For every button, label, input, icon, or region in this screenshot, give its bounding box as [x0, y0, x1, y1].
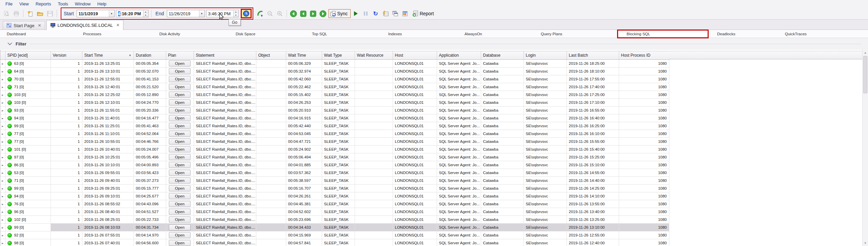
filter-panel-label[interactable]: Filter [16, 41, 26, 46]
row-expander-icon[interactable]: ▸ [2, 187, 3, 190]
open-plan-button[interactable]: Open [169, 201, 191, 207]
row-expander-icon[interactable]: ▸ [2, 148, 3, 151]
row-expander-icon[interactable]: ▸ [2, 179, 3, 183]
nav-alwayson[interactable]: AlwaysOn [465, 32, 541, 36]
table-row[interactable]: ▸77 [0]12019-11-26 10:55:0100:04:46.766O… [0, 138, 669, 146]
open-plan-button[interactable]: Open [169, 240, 191, 246]
table-row[interactable]: ▸99 [0]12019-11-26 09:25:0100:05:15.777O… [0, 185, 669, 192]
row-expander-icon[interactable]: ▸ [2, 116, 3, 120]
header-plan[interactable]: Plan [166, 51, 194, 60]
header-host-process-id[interactable]: Host Process ID [619, 51, 669, 60]
header-wait-resource[interactable]: Wait Resource [355, 51, 393, 60]
chevron-down-icon[interactable] [7, 42, 12, 45]
row-expander-icon[interactable]: ▸ [2, 171, 3, 175]
menu-view[interactable]: View [16, 0, 32, 8]
open-plan-button[interactable]: Open [169, 193, 191, 199]
calendar-jump-button[interactable] [401, 9, 410, 18]
open-plan-button[interactable]: Open [169, 84, 191, 90]
header-last-batch[interactable]: Last Batch [567, 51, 619, 60]
range-step-forward-button[interactable] [309, 9, 318, 18]
open-plan-button[interactable]: Open [169, 115, 191, 121]
vertical-scrollbar[interactable]: ▲ ▼ [862, 50, 868, 246]
row-expander-icon[interactable]: ▸ [2, 233, 3, 237]
table-row[interactable]: ▸63 [0]12019-11-26 13:25:0100:05:05.354O… [0, 60, 669, 68]
header-spid[interactable]: SPID [ecid] [5, 51, 51, 60]
open-plan-button[interactable]: Open [169, 123, 191, 129]
table-row[interactable]: ▸92 [0]12019-11-26 07:55:0100:04:14.970O… [0, 231, 669, 239]
tab-start-page[interactable]: Start Page ✕ [3, 21, 45, 30]
sort-descending-icon[interactable]: ▼ [129, 54, 132, 57]
close-tab-icon[interactable]: ✕ [115, 23, 120, 27]
pause-button[interactable] [361, 9, 370, 18]
open-plan-button[interactable]: Open [169, 216, 191, 223]
open-plan-button[interactable]: Open [169, 232, 191, 238]
table-row[interactable]: ▸99 [0]12019-11-26 11:25:0100:05:41.463O… [0, 122, 669, 130]
row-expander-icon[interactable]: ▸ [2, 218, 3, 222]
row-expander-icon[interactable]: ▸ [2, 163, 3, 167]
nav-disk-activity[interactable]: Disk Activity [159, 32, 236, 36]
jump-to-dashboard-button[interactable] [256, 9, 264, 18]
refresh-button[interactable]: ↻ [371, 9, 380, 18]
menu-help[interactable]: Help [94, 0, 110, 8]
open-plan-button[interactable]: Open [169, 92, 191, 98]
zoom-out-button[interactable] [265, 9, 274, 18]
scroll-thumb[interactable] [863, 56, 867, 93]
jump-to-event-button[interactable] [381, 9, 390, 18]
open-plan-button[interactable]: Open [169, 60, 191, 67]
open-plan-button[interactable]: Open [169, 154, 191, 160]
nav-dashboard[interactable]: Dashboard [7, 32, 83, 36]
menu-tools[interactable]: Tools [54, 0, 71, 8]
table-row[interactable]: ▸97 [0]12019-11-26 10:25:0100:05:05.496O… [0, 153, 669, 161]
row-expander-icon[interactable]: ▸ [2, 124, 3, 128]
header-wait-time[interactable]: Wait Time [286, 51, 322, 60]
row-expander-icon[interactable]: ▸ [2, 101, 3, 105]
scroll-down-icon[interactable]: ▼ [863, 240, 868, 246]
open-plan-button[interactable]: Open [169, 107, 191, 113]
row-expander-icon[interactable]: ▸ [2, 226, 3, 229]
table-row[interactable]: ▸53 [0]12019-11-26 09:55:0100:03:56.423O… [0, 169, 669, 177]
menu-file[interactable]: File [2, 0, 16, 8]
row-expander-icon[interactable]: ▸ [2, 140, 3, 144]
open-plan-button[interactable]: Open [169, 131, 191, 137]
zoom-in-button[interactable] [275, 9, 284, 18]
tab-londonsql01[interactable]: LONDONSQL01.SE.LOCAL ✕ [46, 20, 123, 30]
row-expander-icon[interactable]: ▸ [2, 62, 3, 65]
nav-indexes[interactable]: Indexes [388, 32, 465, 36]
open-plan-button[interactable]: Open [169, 185, 191, 191]
play-button[interactable] [352, 9, 360, 18]
header-wait-type[interactable]: Wait Type [322, 51, 355, 60]
table-row[interactable]: ▸103 [0]12019-11-26 12:10:0100:04:24.770… [0, 99, 669, 107]
header-start-time[interactable]: Start Time▼ [82, 51, 134, 60]
row-expander-icon[interactable]: ▸ [2, 194, 3, 198]
start-time-spinner[interactable]: ▲▼ [143, 10, 148, 17]
open-plan-button[interactable]: Open [169, 170, 191, 176]
table-row[interactable]: ▸76 [0]12019-11-26 08:55:0200:04:43.096O… [0, 200, 669, 208]
open-button[interactable] [36, 9, 44, 18]
table-row[interactable]: ▸94 [0]12019-11-26 11:40:0100:04:16.477O… [0, 114, 669, 122]
row-expander-icon[interactable]: ▸ [2, 85, 3, 89]
header-version[interactable]: Version [51, 51, 82, 60]
range-back-full-button[interactable] [289, 9, 298, 18]
save-button[interactable] [45, 9, 54, 18]
table-row[interactable]: ▸86 [0]12019-11-26 10:10:0100:04:00.893O… [0, 161, 669, 169]
row-expander-icon[interactable]: ▸ [2, 70, 3, 73]
nav-deadlocks[interactable]: Deadlocks [709, 32, 785, 36]
end-date-dropdown-icon[interactable]: ▼ [199, 10, 204, 17]
table-row[interactable]: ▸102 [0]12019-11-26 08:25:0100:05:22.733… [0, 216, 669, 224]
report-button[interactable]: Report [411, 10, 436, 17]
open-plan-button[interactable]: Open [169, 99, 191, 106]
row-expander-icon[interactable]: ▸ [2, 132, 3, 136]
open-plan-button[interactable]: Open [169, 146, 191, 152]
row-expander-icon[interactable]: ▸ [2, 241, 3, 245]
table-row[interactable]: ▸96 [0]12019-11-26 08:40:0100:04:51.527O… [0, 208, 669, 216]
range-step-back-button[interactable] [299, 9, 308, 18]
row-expander-icon[interactable]: ▸ [2, 77, 3, 81]
header-host[interactable]: Host [393, 51, 437, 60]
header-statement[interactable]: Statement [194, 51, 256, 60]
go-button[interactable] [241, 9, 252, 18]
print-button[interactable] [12, 9, 21, 18]
range-forward-full-button[interactable] [319, 9, 328, 18]
row-expander-icon[interactable]: ▸ [2, 93, 3, 97]
row-expander-icon[interactable]: ▸ [2, 109, 3, 112]
open-plan-button[interactable]: Open [169, 209, 191, 215]
